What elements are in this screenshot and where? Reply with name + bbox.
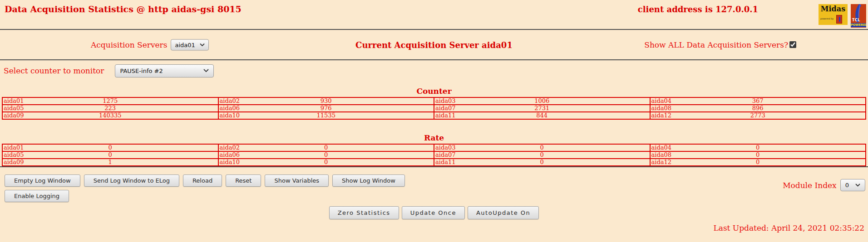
rate-row: aida010aida020aida030aida040 [2,144,866,151]
rate-cell-aida06: aida060 [218,151,434,159]
rate-value: 0 [756,152,760,158]
tcl-logo-text: TCL [852,18,860,22]
counter-value: 367 [752,98,764,104]
rate-cell-aida04: aida040 [650,144,866,151]
counter-server-name: aida02 [220,98,240,104]
counter-value: 140335 [99,112,122,119]
show-all-servers-label: Show ALL Data Acquisition Servers? [644,40,788,49]
acquisition-servers-label: Acquisition Servers [91,40,167,49]
current-acquisition-server-text: Current Acquisition Server aida01 [355,40,513,49]
counter-value: 930 [321,98,332,104]
rate-server-name: aida07 [435,152,456,158]
rate-value: 0 [324,145,328,151]
rate-table: aida010aida020aida030aida040aida050aida0… [2,144,866,166]
counter-monitor-select[interactable]: PAUSE-info #2 [115,64,214,77]
acquisition-server-select[interactable]: aida01 [171,39,208,50]
module-index-label: Module Index [783,181,837,190]
counter-cell-aida11: aida11844 [434,112,650,119]
show-all-servers-group: Show ALL Data Acquisition Servers? [644,40,796,49]
show-variables-button[interactable]: Show Variables [265,174,329,187]
counter-server-name: aida08 [651,105,672,111]
counter-cell-aida05: aida05223 [2,105,218,112]
reload-button[interactable]: Reload [183,174,222,187]
module-index-select[interactable]: 0 [840,179,865,191]
rate-server-name: aida10 [220,159,240,165]
counter-cell-aida12: aida122773 [650,112,866,119]
rate-server-name: aida11 [435,159,456,165]
rate-value: 0 [756,145,760,151]
rate-server-name: aida09 [4,159,24,165]
counter-server-name: aida09 [4,112,24,119]
rate-server-name: aida12 [651,159,672,165]
log-buttons-row-2: Enable Logging [5,190,868,202]
counter-value: 976 [321,105,332,111]
send-log-window-to-elog-button[interactable]: Send Log Window to ELog [84,174,179,187]
actions-section: Empty Log WindowSend Log Window to ELogR… [0,167,868,202]
counter-server-name: aida06 [220,105,240,111]
update-buttons-row: Zero StatisticsUpdate OnceAutoUpdate On [0,206,868,219]
last-updated-text: Last Updated: April 24, 2021 02:35:22 [0,223,868,232]
counter-server-name: aida11 [435,112,456,119]
rate-value: 0 [756,159,760,165]
tcl-powered-text: POWERED [851,23,866,27]
midas-logo[interactable]: Midas powered by [819,4,848,25]
rate-row: aida091aida100aida110aida120 [2,159,866,166]
rate-row: aida050aida060aida070aida080 [2,151,866,159]
midas-powered-by-text: powered by [820,17,833,20]
counter-value: 1006 [534,98,549,104]
counter-cell-aida04: aida04367 [650,97,866,105]
module-index-group: Module Index 0 [783,179,865,191]
chevron-down-icon [200,43,205,46]
counter-value: 896 [752,105,764,111]
counter-value: 223 [104,105,116,111]
counter-cell-aida10: aida1011535 [218,112,434,119]
counter-cell-aida07: aida072731 [434,105,650,112]
rate-value: 0 [324,152,328,158]
rate-server-name: aida04 [651,145,672,151]
acquisition-server-selected-value: aida01 [175,41,195,48]
counter-value: 1275 [103,98,118,104]
rate-cell-aida11: aida110 [434,159,650,166]
chevron-down-icon [855,184,860,187]
counter-row: aida011275aida02930aida031006aida04367 [2,97,866,105]
rate-cell-aida05: aida050 [2,151,218,159]
counter-cell-aida03: aida031006 [434,97,650,105]
midas-logo-text: Midas [819,5,848,14]
counter-value: 11535 [317,112,335,119]
counter-server-name: aida10 [220,112,240,119]
midas-badge-icon [836,15,842,24]
chevron-down-icon [203,69,209,73]
show-log-window-button[interactable]: Show Log Window [332,174,405,187]
enable-logging-button[interactable]: Enable Logging [5,190,69,202]
rate-cell-aida02: aida020 [218,144,434,151]
reset-button[interactable]: Reset [226,174,261,187]
rate-section-title: Rate [0,133,868,142]
update-once-button[interactable]: Update Once [402,206,465,219]
counter-server-name: aida07 [435,105,456,111]
counter-server-name: aida04 [651,98,672,104]
show-all-servers-checkbox[interactable] [789,41,796,48]
counter-server-name: aida03 [435,98,456,104]
autoupdate-on-button[interactable]: AutoUpdate On [468,206,539,219]
counter-cell-aida09: aida09140335 [2,112,218,119]
counter-server-name: aida12 [651,112,672,119]
module-index-selected-value: 0 [845,182,849,189]
acquisition-servers-group: Acquisition Servers aida01 [91,39,209,50]
rate-cell-aida12: aida120 [650,159,866,166]
rate-server-name: aida06 [220,152,240,158]
counter-table: aida011275aida02930aida031006aida04367ai… [2,97,866,120]
counter-cell-aida06: aida06976 [218,105,434,112]
zero-statistics-button[interactable]: Zero Statistics [329,206,399,219]
rate-cell-aida10: aida100 [218,159,434,166]
counter-server-name: aida05 [4,105,24,111]
empty-log-window-button[interactable]: Empty Log Window [5,174,80,187]
tcl-powered-logo[interactable]: TCL POWERED [851,4,866,28]
rate-server-name: aida02 [220,145,240,151]
rate-value: 0 [324,159,328,165]
counter-select-row: Select counter to monitor PAUSE-info #2 [0,60,868,81]
counter-cell-aida02: aida02930 [218,97,434,105]
rate-cell-aida08: aida080 [650,151,866,159]
counter-row: aida09140335aida1011535aida11844aida1227… [2,112,866,119]
rate-value: 0 [108,152,112,158]
counter-server-name: aida01 [4,98,24,104]
